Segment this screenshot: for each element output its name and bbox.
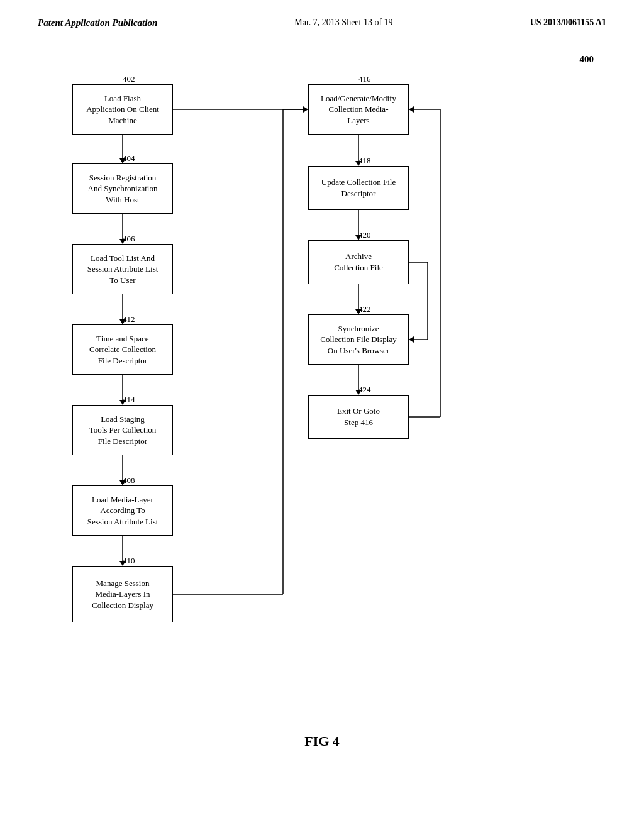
box-404: Session RegistrationAnd SynchronizationW… [72,163,173,214]
page-header: Patent Application Publication Mar. 7, 2… [0,0,644,35]
box-410: Manage SessionMedia-Layers InCollection … [72,566,173,622]
box-402: Load FlashApplication On ClientMachine [72,84,173,135]
diagram-area: 400 402 Load FlashApplication On ClientM… [0,35,644,727]
step-label-418: 418 [358,156,371,166]
flow-arrows [0,35,644,727]
box-416: Load/Generate/ModifyCollection Media-Lay… [308,84,409,135]
step-label-402: 402 [123,74,135,84]
step-label-416: 416 [358,74,371,84]
box-418: Update Collection FileDescriptor [308,166,409,210]
box-424: Exit Or GotoStep 416 [308,395,409,439]
step-label-420: 420 [358,230,371,240]
step-label-414: 414 [123,395,135,405]
step-label-412: 412 [123,314,135,324]
svg-marker-29 [409,336,414,343]
patent-number: US 2013/0061155 A1 [530,18,606,28]
box-408: Load Media-LayerAccording ToSession Attr… [72,485,173,536]
diagram-ref: 400 [580,54,594,65]
box-412: Time and SpaceCorrelate CollectionFile D… [72,324,173,375]
svg-marker-13 [303,106,308,113]
box-422: SynchronizeCollection File DisplayOn Use… [308,314,409,365]
box-414: Load StagingTools Per CollectionFile Des… [72,405,173,455]
sheet-info: Mar. 7, 2013 Sheet 13 of 19 [294,18,392,28]
step-label-408: 408 [123,475,135,485]
publication-title: Patent Application Publication [38,18,157,28]
box-406: Load Tool List AndSession Attribute List… [72,244,173,294]
figure-caption: FIG 4 [0,733,644,768]
step-label-422: 422 [358,304,371,314]
step-label-410: 410 [123,556,135,566]
step-label-406: 406 [123,234,135,244]
svg-marker-25 [409,106,414,113]
step-label-424: 424 [358,385,371,395]
box-420: ArchiveCollection File [308,240,409,284]
step-label-404: 404 [123,153,135,163]
